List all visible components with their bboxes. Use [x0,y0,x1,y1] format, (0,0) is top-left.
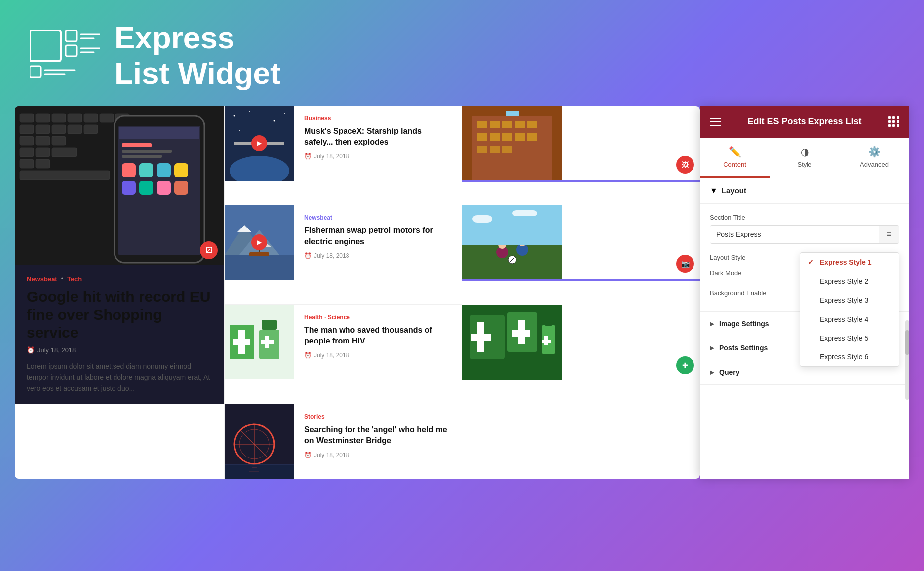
svg-rect-118 [512,330,530,337]
layout-section-header[interactable]: ▼ Layout [700,178,909,204]
dark-mode-label: Dark Mode [710,269,742,277]
article-title-2: Fisherman swap petrol motors for electri… [304,225,452,247]
article-tag-2: Newsbeat [304,214,452,221]
hamburger-icon[interactable] [710,118,721,126]
svg-rect-120 [545,320,552,326]
section-title-input-row: ≡ [710,225,899,244]
article-body-1: Business Musk's SpaceX: Starship lands s… [294,106,462,205]
featured-image-badge: 🖼 [200,241,218,259]
layout-arrow-icon: ▼ [710,186,718,195]
svg-point-51 [234,115,235,116]
svg-rect-98 [502,146,512,153]
section-title-input[interactable] [710,226,879,243]
main-content: 🖼 Newsbeat • Tech Google hit with record… [0,106,924,479]
image-card-badge-1: 🖼 [676,156,694,174]
article-tag-1: Business [304,115,452,122]
panel-title: Edit ES Posts Express List [747,116,861,127]
svg-rect-37 [122,155,162,158]
text-align-icon: ≡ [879,226,899,243]
article-date-1: ⏰ July 18, 2018 [304,153,452,160]
dropdown-item-1[interactable]: ✓ Express Style 1 [800,253,899,272]
article-date-4: ⏰ July 18, 2018 [304,452,452,458]
check-icon-1: ✓ [808,258,816,266]
article-date-2: ⏰ July 18, 2018 [304,252,452,259]
article-title-4: Searching for the 'angel' who held me on… [304,424,452,447]
svg-rect-96 [477,146,487,153]
svg-rect-43 [139,181,153,195]
svg-rect-41 [174,163,188,177]
layout-section-title: Layout [722,186,746,195]
header-title: Express List Widget [115,20,281,91]
header-logo-icon [30,30,100,80]
svg-rect-99 [506,111,519,116]
article-title-1: Musk's SpaceX: Starship lands safely... … [304,126,452,148]
clock-icon-3: ⏰ [304,352,312,359]
article-thumb-3 [225,305,294,379]
svg-rect-90 [527,121,537,128]
dropdown-item-2[interactable]: Express Style 2 [800,272,899,291]
svg-rect-95 [527,133,537,141]
scrollbar[interactable] [905,320,909,400]
query-arrow: ▶ [710,369,714,376]
svg-rect-12 [36,114,50,122]
tab-style[interactable]: ◑ Style [770,138,839,178]
article-body-3: Health · Science The man who saved thous… [294,305,462,404]
image-card-1: 🖼 [462,106,700,182]
article-tag-4: Stories [304,413,452,420]
tab-advanced[interactable]: ⚙️ Advanced [839,138,909,178]
featured-tag-dot: • [61,275,63,282]
tab-content[interactable]: ✏️ Content [700,138,770,178]
content-tab-icon: ✏️ [729,146,741,158]
svg-rect-22 [84,125,98,134]
svg-rect-15 [84,114,98,122]
posts-settings-arrow: ▶ [710,344,714,351]
featured-title: Google hit with record EU fine over Shop… [27,288,212,342]
content-tab-label: Content [723,161,746,168]
advanced-tab-label: Advanced [860,161,889,168]
svg-rect-86 [477,121,487,128]
svg-rect-36 [122,150,172,153]
layout-section-body: Section Title ≡ Layout Style ✓ Express S… [700,204,909,312]
video-badge-2: ▶ [251,234,267,250]
dropdown-item-4[interactable]: Express Style 4 [800,310,899,329]
svg-rect-72 [261,340,274,344]
svg-rect-16 [100,114,114,122]
article-tag-3: Health · Science [304,314,452,321]
dropdown-item-5[interactable]: Express Style 5 [800,329,899,347]
article-card-1: ▶ Business Musk's SpaceX: Starship lands… [224,106,462,206]
svg-rect-89 [515,121,525,128]
svg-rect-111 [512,210,537,216]
image-card-3: ✚ [462,305,700,380]
featured-article: 🖼 Newsbeat • Tech Google hit with record… [15,106,224,404]
svg-rect-93 [502,133,512,141]
clock-icon: ⏰ [27,346,35,354]
svg-rect-27 [36,148,50,157]
svg-rect-26 [20,148,34,157]
svg-rect-115 [471,334,491,341]
panel-tabs: ✏️ Content ◑ Style ⚙️ Advanced [700,138,909,178]
grid-icon[interactable] [888,116,899,127]
article-card-2: ▶ Newsbeat Fisherman swap petrol motors … [224,205,462,305]
svg-rect-2 [66,45,77,56]
scrollbar-thumb [905,330,909,355]
right-panel: Edit ES Posts Express List ✏️ Content ◑ … [700,106,909,479]
svg-rect-110 [472,215,492,223]
svg-rect-39 [139,163,153,177]
layout-style-row: Layout Style ✓ Express Style 1 Express S… [710,254,899,261]
svg-rect-109 [462,205,562,245]
svg-rect-28 [52,148,77,157]
dropdown-item-6[interactable]: Express Style 6 [800,347,899,366]
svg-rect-18 [20,125,34,134]
svg-rect-40 [157,163,171,177]
article-card-3: Health · Science The man who saved thous… [224,305,462,404]
image-settings-title: Image Settings [719,320,769,328]
svg-rect-23 [20,136,34,145]
svg-point-54 [284,113,285,114]
svg-rect-29 [20,159,34,168]
article-card-4: Stories Searching for the 'angel' who he… [224,404,462,479]
query-title: Query [719,368,739,376]
featured-date: ⏰ July 18, 2018 [27,346,212,354]
article-thumb-4 [225,404,294,479]
dropdown-item-3[interactable]: Express Style 3 [800,291,899,310]
style-tab-label: Style [798,161,812,168]
